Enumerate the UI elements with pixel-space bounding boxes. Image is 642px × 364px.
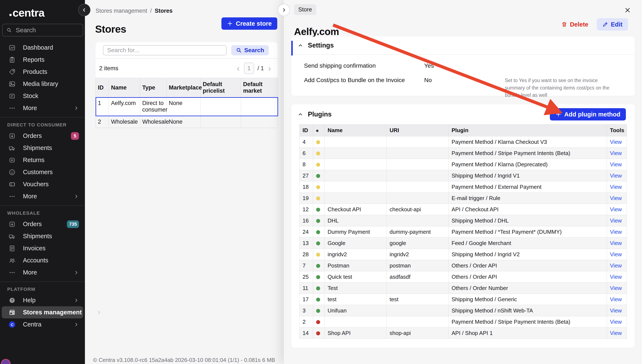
breadcrumb-parent[interactable]: Stores management bbox=[96, 8, 147, 14]
breadcrumb-separator: / bbox=[150, 8, 152, 14]
view-link[interactable]: View bbox=[610, 218, 622, 224]
plugin-row: 13GooglegoogleFeed / Google MerchantView bbox=[299, 238, 627, 249]
sidebar-item-media-library[interactable]: Media library bbox=[2, 78, 83, 90]
sidebar-item-dtc-shipments[interactable]: Shipments bbox=[2, 142, 83, 154]
sidebar-item-label: Media library bbox=[23, 80, 58, 88]
sidebar-item-dashboard[interactable]: Dashboard bbox=[2, 42, 83, 54]
chevron-right-icon bbox=[96, 310, 102, 315]
page-prev-button[interactable]: ‹ bbox=[236, 64, 240, 72]
view-link[interactable]: View bbox=[610, 262, 622, 269]
cell-uri bbox=[387, 136, 449, 148]
cell-uri: asdfasdf bbox=[387, 271, 449, 282]
cell-id: 11 bbox=[299, 282, 313, 294]
pagination: ‹ 1 / 1 › bbox=[236, 62, 272, 74]
sidebar-item-more-top[interactable]: More bbox=[2, 102, 83, 114]
sidebar-item-reports[interactable]: Reports bbox=[2, 54, 83, 66]
cell-name bbox=[325, 148, 387, 159]
edit-button[interactable]: Edit bbox=[597, 18, 628, 30]
items-count: 2 items bbox=[99, 65, 118, 72]
status-dot-yellow-icon bbox=[316, 196, 320, 200]
cell-name: test bbox=[325, 294, 387, 305]
cell-status bbox=[313, 238, 325, 249]
plugin-row: 27Shipping Method / Ingrid V1View bbox=[299, 170, 627, 181]
cell-id: 18 bbox=[299, 181, 313, 192]
sidebar-item-ws-more[interactable]: More bbox=[2, 266, 83, 278]
view-link[interactable]: View bbox=[610, 251, 622, 258]
cell-plugin: Shipping Method / DHL bbox=[449, 215, 607, 226]
plugin-row: 25Quick testasdfasdfOthers / Order APIVi… bbox=[299, 271, 627, 282]
view-link[interactable]: View bbox=[610, 139, 622, 145]
view-link[interactable]: View bbox=[610, 195, 622, 201]
sidebar-item-label: Products bbox=[23, 68, 47, 75]
sidebar-item-centra[interactable]: CCentra bbox=[2, 318, 83, 330]
cell-tools: View bbox=[607, 215, 627, 226]
cell-tools: View bbox=[607, 192, 627, 204]
add-plugin-method-button[interactable]: Add plugin method bbox=[550, 108, 626, 120]
status-dot-icon bbox=[316, 130, 318, 132]
stores-search-button[interactable]: Search bbox=[231, 45, 269, 55]
cell-name: Checkout API bbox=[325, 204, 387, 215]
sidebar-item-stores-management[interactable]: Stores management bbox=[2, 306, 83, 318]
page-next-button[interactable]: › bbox=[267, 64, 272, 72]
sidebar-item-dtc-returns[interactable]: Returns bbox=[2, 154, 83, 166]
view-link[interactable]: View bbox=[610, 172, 622, 179]
cell-tools: View bbox=[607, 328, 627, 339]
panel-expand-button[interactable] bbox=[278, 4, 290, 16]
store-icon bbox=[9, 309, 16, 316]
view-link[interactable]: View bbox=[610, 330, 622, 336]
view-link[interactable]: View bbox=[610, 318, 622, 325]
store-row-aelfy-com[interactable]: 1Aelfy.comDirect to consumerNone bbox=[96, 97, 278, 116]
cell-tools: View bbox=[607, 159, 627, 170]
view-link[interactable]: View bbox=[610, 285, 622, 291]
app-root: centra DashboardReportsProductsMedia lib… bbox=[0, 0, 642, 364]
create-store-button[interactable]: Create store bbox=[221, 18, 277, 30]
view-link[interactable]: View bbox=[610, 229, 622, 235]
view-link[interactable]: View bbox=[610, 307, 622, 314]
view-link[interactable]: View bbox=[610, 240, 622, 246]
settings-section-header[interactable]: Settings bbox=[291, 36, 635, 55]
sidebar-item-dtc-orders[interactable]: Orders5 bbox=[2, 130, 83, 142]
sidebar-item-label: Stock bbox=[23, 92, 39, 100]
cell-name: Google bbox=[325, 238, 387, 249]
cell-uri bbox=[387, 159, 449, 170]
sidebar-search-input[interactable] bbox=[15, 26, 79, 34]
sidebar-item-label: Help bbox=[23, 297, 36, 304]
sidebar-item-ws-invoices[interactable]: Invoices bbox=[2, 242, 83, 254]
store-row-wholesale[interactable]: 2WholesaleWholesaleNone bbox=[96, 116, 278, 128]
search-icon bbox=[236, 47, 242, 53]
setting-row: Add Cost/pcs to Bundle on the Invoice No… bbox=[291, 71, 635, 101]
sidebar-item-dtc-vouchers[interactable]: Vouchers bbox=[2, 178, 83, 190]
sidebar-collapse-button[interactable] bbox=[78, 4, 90, 16]
sidebar-item-ws-accounts[interactable]: Accounts bbox=[2, 254, 83, 266]
view-link[interactable]: View bbox=[610, 150, 622, 156]
sidebar-search[interactable] bbox=[2, 24, 83, 36]
view-link[interactable]: View bbox=[610, 184, 622, 190]
avatar[interactable] bbox=[1, 359, 11, 364]
sidebar-item-dtc-more[interactable]: More bbox=[2, 190, 83, 202]
status-dot-green-icon bbox=[316, 208, 320, 212]
stores-search-input[interactable] bbox=[103, 45, 226, 55]
orders-icon bbox=[9, 220, 16, 228]
view-link[interactable]: View bbox=[610, 161, 622, 168]
plugin-row: 3UnifuanShipping Method / nShift Web-TAV… bbox=[299, 305, 627, 316]
close-panel-button[interactable] bbox=[623, 6, 632, 15]
view-link[interactable]: View bbox=[610, 296, 622, 302]
col-tools: Tools bbox=[607, 124, 627, 136]
cell-type: Direct to consumer bbox=[140, 97, 167, 116]
sidebar-item-dtc-customers[interactable]: Customers bbox=[2, 166, 83, 178]
cell-default-market bbox=[241, 97, 278, 116]
sidebar-item-ws-shipments[interactable]: Shipments bbox=[2, 230, 83, 242]
delete-button[interactable]: Delete bbox=[560, 21, 589, 28]
view-link[interactable]: View bbox=[610, 206, 622, 212]
sidebar-item-products[interactable]: Products bbox=[2, 66, 83, 78]
cell-plugin: Payment Method / Stripe Payment Intents … bbox=[449, 316, 607, 328]
view-link[interactable]: View bbox=[610, 274, 622, 280]
sidebar-item-stock[interactable]: Stock bbox=[2, 90, 83, 102]
setting-help: Set to Yes if you want to see on the inv… bbox=[505, 77, 622, 99]
page-number-box[interactable]: 1 bbox=[244, 62, 254, 74]
trash-icon bbox=[561, 22, 567, 27]
tab-store[interactable]: Store bbox=[294, 4, 316, 15]
sidebar-item-help[interactable]: ?Help bbox=[2, 294, 83, 306]
sidebar-item-ws-orders[interactable]: Orders735 bbox=[2, 218, 83, 230]
plugins-table-header: ID Name URI Plugin Tools bbox=[299, 124, 627, 136]
